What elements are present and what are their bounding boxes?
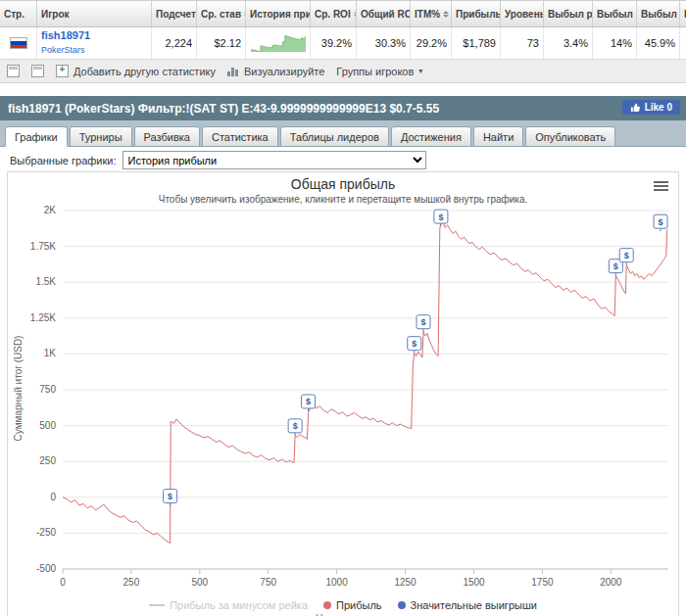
add-statistic-button[interactable]: Добавить другую статистику [56,65,216,77]
legend-label: Прибыль за минусом рейка [170,599,308,611]
col-header-itm[interactable]: ITM% [411,1,452,26]
legend-item[interactable]: Прибыль за минусом рейка [149,599,308,611]
cell-avg_roi: 39.2% [311,27,357,59]
col-header-count[interactable]: Подсчет [152,1,197,26]
col-header-ability[interactable]: Уровень [501,1,544,26]
svg-text:1.5K: 1.5K [35,276,56,287]
chart-subtitle: Чтобы увеличить изображение, кликните и … [8,192,678,205]
visualize-button[interactable]: Визуализируйте [227,66,324,77]
win-flag[interactable]: $ [408,337,421,354]
svg-text:$: $ [306,397,311,406]
legend-symbol [149,604,165,606]
svg-text:$: $ [613,261,618,271]
tab-Статистика[interactable]: Статистика [202,126,278,147]
chart-type-select[interactable]: История прибыли [122,151,426,169]
tab-Опубликовать[interactable]: Опубликовать [525,126,615,147]
svg-text:-500: -500 [36,563,56,574]
cell-spark [246,27,311,59]
copy-icon[interactable] [31,65,44,77]
filter-title: fish18971 (PokerStars) Фильтр:!(SAT ST) … [8,102,439,116]
svg-text:$: $ [412,339,416,349]
legend-label: Значительные выигрыши [411,599,537,611]
tab-Графики[interactable]: Графики [5,126,68,147]
svg-text:$: $ [658,217,662,227]
svg-text:$: $ [624,251,629,261]
col-header-out_mid[interactable]: Выбыл [593,1,637,26]
profit-chart[interactable]: -500-25002505007501K1.25K1.5K1.75K2K0250… [8,205,676,594]
col-header-total_roi[interactable]: Общий ROI [357,1,411,26]
svg-text:250: 250 [39,455,56,466]
facebook-like-button[interactable]: Like 0 [622,100,680,115]
col-header-out_early[interactable]: Выбыл р [544,1,593,26]
chart-menu-icon[interactable] [654,179,668,193]
profit-chart-container: Общая прибыль Чтобы увеличить изображени… [7,171,679,616]
win-flag[interactable]: $ [416,315,430,332]
legend-item[interactable]: Прибыль [323,599,382,611]
win-flag[interactable]: $ [164,490,177,506]
like-label: Like 0 [645,102,672,113]
win-flag[interactable]: $ [654,214,667,231]
svg-text:500: 500 [39,420,56,431]
win-flag[interactable]: $ [434,210,448,226]
svg-text:0: 0 [50,492,56,502]
cell-ability: 73 [501,27,544,59]
plus-icon [56,65,69,77]
col-header-out_late[interactable]: Выбыл [637,1,680,26]
col-header-flag: Стр. [0,1,37,26]
svg-text:0: 0 [60,577,66,588]
cell-itm: 29.2% [411,27,452,59]
cell-out_late: 45.9% [637,27,680,59]
cell-player: fish18971PokerStars [37,27,152,59]
cell-extra: 2 [680,27,686,59]
cell-count: 2,224 [152,27,197,59]
col-header-profit[interactable]: Прибыль [452,1,501,26]
russia-flag-icon [10,37,27,49]
win-flag[interactable]: $ [288,419,302,436]
player-groups-label: Группы игроков [336,66,414,77]
player-link[interactable]: fish18971 [41,29,90,41]
thumbs-up-icon [630,102,641,113]
legend-label: Прибыль [336,599,382,611]
tab-Турниры[interactable]: Турниры [70,126,132,147]
legend-symbol [323,601,331,609]
chart-icon [227,66,239,76]
chart-title: Общая прибыль [8,172,678,192]
cell-total_roi: 30.3% [357,27,411,59]
player-filter-bar: fish18971 (PokerStars) Фильтр:!(SAT ST) … [0,96,686,120]
col-header-avg_stake[interactable]: Ср. став [197,1,246,26]
chart-legend: Прибыль за минусом рейкаПрибыльЗначитель… [8,596,678,613]
svg-text:$: $ [420,317,425,327]
svg-text:2K: 2K [44,205,57,215]
add-statistic-label: Добавить другую статистику [74,66,216,77]
legend-item[interactable]: Значительные выигрыши [398,599,537,611]
tab-Найти[interactable]: Найти [473,126,523,147]
layout-icon[interactable] [7,65,20,77]
svg-text:$: $ [168,492,172,501]
svg-text:1.75K: 1.75K [30,241,56,252]
svg-text:500: 500 [191,577,208,588]
table-row: fish18971PokerStars2,224$2.1239.2%30.3%2… [0,27,686,60]
site-link[interactable]: PokerStars [41,45,85,55]
col-header-spark[interactable]: История приб [246,1,311,26]
col-header-player: Игрок [37,1,152,26]
tab-Достижения[interactable]: Достижения [391,126,471,147]
legend-symbol [398,601,406,609]
tab-Разбивка[interactable]: Разбивка [134,126,200,147]
win-flag[interactable]: $ [302,395,316,411]
visualize-label: Визуализируйте [244,66,324,77]
chart-controls: Выбранные графики: История прибыли [0,147,686,171]
col-header-avg_roi[interactable]: Ср. ROI [311,1,357,26]
tab-Таблицы лидеров[interactable]: Таблицы лидеров [280,126,389,147]
svg-text:1.25K: 1.25K [30,312,56,323]
profit-sparkline [250,32,306,54]
svg-text:1500: 1500 [463,577,485,588]
player-groups-button[interactable]: Группы игроков ▾ [336,66,422,77]
stats-table: Стр.ИгрокПодсчетСр. ставИстория прибСр. … [0,0,686,60]
sort-icon[interactable] [443,11,449,18]
cell-profit: $1,789 [452,27,501,59]
cell-out_mid: 14% [593,27,637,59]
svg-text:1000: 1000 [325,577,348,588]
svg-text:750: 750 [260,577,276,588]
svg-text:1250: 1250 [394,577,416,588]
win-flag[interactable]: $ [619,249,633,265]
